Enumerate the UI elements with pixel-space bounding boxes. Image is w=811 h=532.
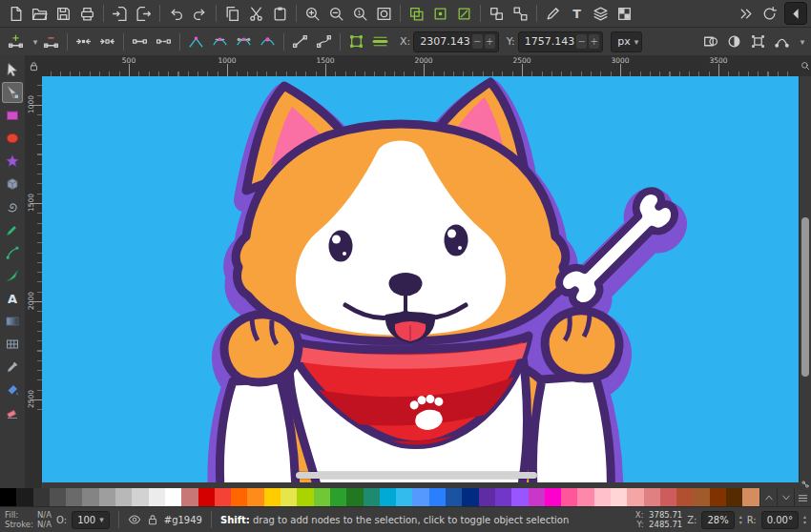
curve-segment-button[interactable] <box>312 31 336 52</box>
symmetric-node-button[interactable] <box>232 31 256 52</box>
undo-button[interactable] <box>164 3 188 25</box>
copy-button[interactable] <box>220 3 244 25</box>
palette-swatch[interactable] <box>644 488 660 507</box>
palette-swatch[interactable] <box>446 488 462 507</box>
rotation-down-icon[interactable]: ▾ <box>803 520 806 525</box>
unit-dropdown[interactable]: px ▾ <box>611 31 642 52</box>
layers-dialog-button[interactable] <box>589 3 613 25</box>
unlink-clone-button[interactable] <box>452 3 476 25</box>
zoom-actual-size-button[interactable]: 1 <box>348 3 372 25</box>
tool-star[interactable] <box>2 151 23 172</box>
palette-scroll-up-button[interactable] <box>759 488 777 507</box>
palette-swatch[interactable] <box>660 488 676 507</box>
horizontal-scrollbar-thumb[interactable] <box>296 472 537 479</box>
object-to-path-button[interactable] <box>344 31 368 52</box>
tool-gradient[interactable] <box>2 311 23 332</box>
palette-swatch[interactable] <box>50 488 66 507</box>
auto-smooth-node-button[interactable] <box>256 31 280 52</box>
zoom-out-button[interactable] <box>324 3 348 25</box>
new-document-button[interactable] <box>4 3 28 25</box>
fill-stroke-indicator[interactable]: Fill:N/A Stroke:N/A <box>5 510 52 529</box>
palette-swatch[interactable] <box>594 488 611 507</box>
break-nodes-button[interactable] <box>95 31 119 52</box>
cut-button[interactable] <box>244 3 268 25</box>
tool-node-editor[interactable] <box>2 82 23 103</box>
palette-swatch[interactable] <box>429 488 446 507</box>
palette-swatch[interactable] <box>693 488 709 507</box>
show-bezier-handles-button[interactable] <box>770 31 794 52</box>
tool-ellipse[interactable] <box>2 128 23 149</box>
zoom-down-icon[interactable]: ▾ <box>739 520 742 525</box>
palette-swatch[interactable] <box>66 488 82 507</box>
palette-swatch[interactable] <box>479 488 495 507</box>
print-document-button[interactable] <box>75 3 99 25</box>
redo-button[interactable] <box>188 3 212 25</box>
tool-eraser[interactable] <box>2 402 23 423</box>
x-increment-button[interactable]: + <box>485 34 495 49</box>
vertical-scrollbar[interactable] <box>799 76 811 482</box>
save-document-button[interactable] <box>52 3 75 25</box>
canvas-viewport[interactable] <box>42 76 800 482</box>
fill-stroke-dialog-button[interactable] <box>541 3 565 25</box>
join-nodes-button[interactable] <box>72 31 95 52</box>
x-coordinate-value[interactable]: 2307.143 <box>420 35 470 48</box>
zoom-in-button[interactable] <box>301 3 324 25</box>
tool-3d-box[interactable] <box>2 174 23 194</box>
group-objects-button[interactable] <box>485 3 509 25</box>
open-document-button[interactable] <box>28 3 52 25</box>
zoom-field[interactable]: 28% <box>701 511 734 529</box>
palette-swatch[interactable] <box>676 488 693 507</box>
tool-spiral[interactable] <box>2 196 23 217</box>
x-coordinate-field[interactable]: 2307.143 − + <box>413 31 499 52</box>
zoom-value[interactable]: 28% <box>707 515 728 525</box>
palette-swatch[interactable] <box>297 488 313 507</box>
palette-swatch[interactable] <box>364 488 380 507</box>
rotation-value[interactable]: 0.00° <box>767 515 793 525</box>
line-segment-button[interactable] <box>288 31 312 52</box>
ruler-corner[interactable] <box>25 55 42 77</box>
tool-mesh[interactable] <box>2 334 23 355</box>
paste-button[interactable] <box>268 3 292 25</box>
y-coordinate-field[interactable]: 1757.143 − + <box>518 31 604 52</box>
create-clone-button[interactable] <box>428 3 452 25</box>
ruler-corner-right[interactable] <box>800 55 811 76</box>
insert-node-options-button[interactable]: ▾ <box>28 31 39 52</box>
palette-swatch[interactable] <box>511 488 528 507</box>
show-transform-handles-button[interactable] <box>746 31 770 52</box>
palette-swatch[interactable] <box>215 488 231 507</box>
tool-paint-bucket[interactable] <box>2 379 23 400</box>
palette-swatch[interactable] <box>710 488 726 507</box>
palette-swatch[interactable] <box>82 488 98 507</box>
layer-name[interactable]: #g1949 <box>164 515 202 525</box>
duplicate-button[interactable] <box>405 3 428 25</box>
palette-swatch[interactable] <box>545 488 561 507</box>
palette-swatch[interactable] <box>742 488 759 507</box>
toolbar-options-button[interactable]: ▾ <box>794 31 807 52</box>
palette-swatch[interactable] <box>462 488 478 507</box>
smooth-node-button[interactable] <box>208 31 232 52</box>
palette-swatch[interactable] <box>115 488 132 507</box>
palette-swatch[interactable] <box>529 488 545 507</box>
y-increment-button[interactable]: + <box>589 34 599 49</box>
text-dialog-button[interactable]: T <box>565 3 589 25</box>
palette-swatch[interactable] <box>132 488 148 507</box>
palette-swatch[interactable] <box>99 488 115 507</box>
palette-scroll-down-button[interactable] <box>777 488 794 507</box>
refresh-snap-button[interactable] <box>758 3 781 25</box>
palette-swatch[interactable] <box>0 488 16 507</box>
palette-swatch[interactable] <box>330 488 346 507</box>
palette-swatch[interactable] <box>726 488 742 507</box>
palette-swatch[interactable] <box>314 488 330 507</box>
opacity-value[interactable]: 100 <box>77 515 95 525</box>
layer-visibility-eye-icon[interactable] <box>128 513 141 526</box>
edit-mask-button[interactable] <box>722 31 746 52</box>
palette-swatch[interactable] <box>627 488 643 507</box>
opacity-field[interactable]: 100▾ <box>72 511 110 529</box>
palette-swatch[interactable] <box>16 488 32 507</box>
x-decrement-button[interactable]: − <box>472 34 483 49</box>
collapse-snap-toolbar-button[interactable] <box>784 2 807 25</box>
edit-clip-button[interactable] <box>698 31 722 52</box>
tool-text[interactable]: A <box>2 288 23 309</box>
corgi-illustration[interactable] <box>42 76 800 482</box>
palette-swatch[interactable] <box>495 488 511 507</box>
